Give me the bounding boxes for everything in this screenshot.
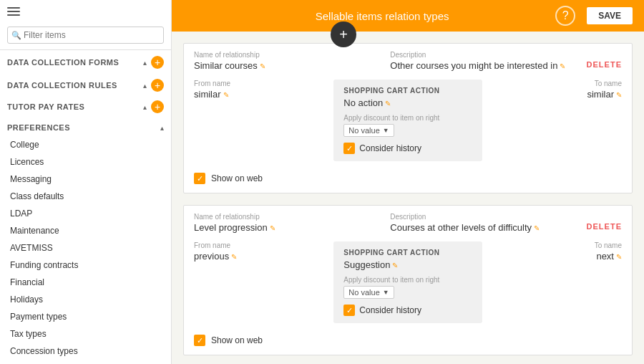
card1-delete-button[interactable]: DELETE	[587, 51, 622, 71]
sidebar-item-contact-relation-types[interactable]: Contact relation types	[0, 360, 171, 364]
card1-from-label: From name	[194, 80, 322, 87]
card2-name-value[interactable]: Level progression✎	[194, 222, 379, 233]
card1-consider-history: Consider history	[343, 143, 472, 154]
chevron-icon-rules: ▴	[143, 82, 147, 90]
card1-desc-label: Description	[390, 51, 575, 59]
edit-icon-from1: ✎	[223, 91, 229, 99]
section-controls-preferences: ▴	[160, 124, 164, 132]
card2-cart-value[interactable]: Suggestion✎	[343, 259, 472, 270]
card2-show-on-web-label: Show on web	[211, 335, 263, 345]
card2-consider-history: Consider history	[343, 305, 472, 316]
card2-show-on-web-checkbox[interactable]	[194, 335, 205, 346]
edit-icon-desc1: ✎	[560, 62, 565, 70]
sidebar-item-class-defaults[interactable]: Class defaults	[0, 188, 171, 205]
sidebar-item-maintenance[interactable]: Maintenance	[0, 222, 171, 239]
help-button[interactable]: ?	[555, 6, 575, 26]
card2-no-value-button[interactable]: No value▼	[343, 286, 394, 299]
card1-cart-title: SHOPPING CART ACTION	[343, 87, 472, 95]
card1-shopping-cart: SHOPPING CART ACTION No action✎ Apply di…	[333, 80, 482, 161]
edit-icon-name2: ✎	[270, 224, 275, 232]
card1-no-value-button[interactable]: No value▼	[343, 124, 394, 137]
sidebar-item-messaging[interactable]: Messaging	[0, 171, 171, 188]
chevron-icon-forms: ▴	[143, 59, 147, 67]
card2-to-value[interactable]: next✎	[494, 251, 622, 262]
edit-icon-cart2: ✎	[392, 262, 398, 269]
sidebar-item-payment-types[interactable]: Payment types	[0, 308, 171, 325]
relation-card-2: Name of relationship Level progression✎ …	[183, 205, 633, 355]
section-controls-rules: ▴ +	[143, 79, 164, 92]
card1-consider-history-label: Consider history	[359, 143, 421, 153]
add-rules-button[interactable]: +	[151, 79, 164, 92]
card1-from-name: From name similar✎	[194, 80, 322, 100]
card1-to-value[interactable]: similar✎	[494, 89, 622, 100]
card1-to-label: To name	[494, 80, 622, 87]
card2-cart-title: SHOPPING CART ACTION	[343, 249, 472, 257]
sidebar-item-holidays[interactable]: Holidays	[0, 291, 171, 308]
sidebar-item-ldap[interactable]: LDAP	[0, 205, 171, 222]
card2-to-name: To name next✎	[494, 241, 622, 262]
chevron-icon-tutor: ▴	[143, 103, 147, 111]
sidebar-section-data-collection-rules[interactable]: DATA COLLECTION RULES ▴ +	[0, 73, 171, 96]
relation-card-1: Name of relationship Similar courses✎ De…	[183, 43, 633, 193]
card1-show-on-web-label: Show on web	[211, 173, 263, 183]
card2-desc-label: Description	[390, 213, 575, 221]
sidebar-search-container: 🔍	[0, 21, 171, 50]
card2-header: Name of relationship Level progression✎ …	[184, 206, 632, 237]
card1-from-value[interactable]: similar✎	[194, 89, 322, 100]
card1-cart-value[interactable]: No action✎	[343, 97, 472, 108]
card1-name-block: Name of relationship Similar courses✎	[194, 51, 379, 71]
edit-icon-to1: ✎	[616, 91, 622, 99]
card1-to-name: To name similar✎	[494, 80, 622, 100]
sidebar-item-licences[interactable]: Licences	[0, 153, 171, 171]
content-area: Name of relationship Similar courses✎ De…	[172, 32, 644, 364]
card1-footer: Show on web	[184, 168, 632, 193]
sidebar-section-tutor-pay-rates[interactable]: TUTOR PAY RATES ▴ +	[0, 96, 171, 118]
edit-icon-from2: ✎	[231, 253, 237, 261]
card1-desc-value[interactable]: Other courses you might be interested in…	[390, 60, 575, 71]
main-content: Sellable items relation types ? SAVE + N…	[172, 0, 644, 364]
save-button[interactable]: SAVE	[587, 7, 633, 24]
search-input[interactable]	[7, 27, 164, 44]
dropdown-arrow-1: ▼	[383, 127, 389, 134]
card2-body: From name previous✎ SHOPPING CART ACTION…	[184, 237, 632, 330]
sidebar-item-tax-types[interactable]: Tax types	[0, 325, 171, 343]
card2-footer: Show on web	[184, 330, 632, 355]
sidebar-item-financial[interactable]: Financial	[0, 274, 171, 291]
card1-consider-history-checkbox[interactable]	[343, 143, 355, 154]
section-controls-forms: ▴ +	[143, 56, 164, 69]
card2-from-value[interactable]: previous✎	[194, 251, 322, 262]
card2-delete-button[interactable]: DELETE	[587, 213, 622, 233]
edit-icon-cart1: ✎	[385, 100, 391, 107]
edit-icon-desc2: ✎	[534, 224, 540, 232]
card2-consider-history-checkbox[interactable]	[343, 305, 355, 316]
card2-consider-history-label: Consider history	[359, 305, 421, 315]
section-label-rules: DATA COLLECTION RULES	[7, 81, 117, 90]
card1-name-label: Name of relationship	[194, 51, 379, 59]
card2-apply-discount-label: Apply discount to item on right	[343, 276, 472, 284]
card2-desc-value[interactable]: Courses at other levels of difficulty✎	[390, 222, 575, 233]
card2-name-label: Name of relationship	[194, 213, 379, 221]
card2-to-label: To name	[494, 241, 622, 249]
fab-add-button[interactable]: +	[331, 21, 356, 47]
card1-name-value[interactable]: Similar courses✎	[194, 60, 379, 71]
sidebar-item-funding-contracts[interactable]: Funding contracts	[0, 257, 171, 274]
add-tutor-button[interactable]: +	[151, 100, 164, 113]
card1-show-on-web-checkbox[interactable]	[194, 173, 205, 184]
card2-shopping-cart: SHOPPING CART ACTION Suggestion✎ Apply d…	[333, 241, 482, 323]
card1-body: From name similar✎ SHOPPING CART ACTION …	[184, 75, 632, 168]
top-header: Sellable items relation types ? SAVE	[172, 0, 644, 32]
sidebar-section-data-collection-forms[interactable]: DATA COLLECTION FORMS ▴ +	[0, 50, 171, 73]
chevron-icon-preferences: ▴	[160, 124, 164, 132]
sidebar-item-concession-types[interactable]: Concession types	[0, 343, 171, 360]
card1-apply-discount-label: Apply discount to item on right	[343, 114, 472, 122]
sidebar-item-avetmiss[interactable]: AVETMISS	[0, 239, 171, 257]
page-title: Sellable items relation types	[209, 10, 555, 22]
sidebar-item-college[interactable]: College	[0, 136, 171, 153]
section-label-preferences: PREFERENCES	[7, 123, 70, 132]
add-forms-button[interactable]: +	[151, 56, 164, 69]
card2-from-label: From name	[194, 241, 322, 249]
search-icon: 🔍	[11, 31, 21, 40]
sidebar-section-preferences[interactable]: PREFERENCES ▴	[0, 118, 171, 136]
edit-icon-name1: ✎	[260, 62, 265, 70]
menu-icon[interactable]	[0, 0, 171, 21]
